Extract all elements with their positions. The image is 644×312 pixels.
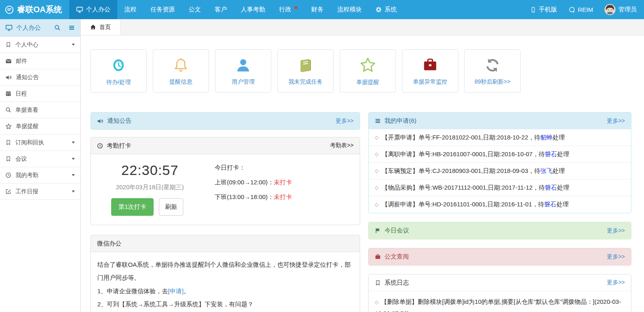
card-unfinished-tasks[interactable]: 我未完成任务 (277, 49, 334, 93)
sidebar-item-subscribe[interactable]: 订阅和回执 (0, 135, 80, 151)
morning-punch-row: 上班(09:00→12:00)：未打卡 (215, 179, 292, 186)
nav-item-finance[interactable]: 财务 (304, 0, 330, 19)
nav-label: 行政 (279, 6, 291, 13)
diamond-bullet: ◇ (375, 135, 378, 140)
card-remind-info[interactable]: 提醒信息 (153, 49, 209, 93)
application-text: 【开票申请】单号:FF-20181022-001,日期:2018-10-22，待… (382, 134, 565, 142)
handler-link[interactable]: 磐石 (544, 201, 556, 208)
apply-link[interactable]: [申请] (168, 288, 183, 294)
shortcut-cards: 待办/处理 提醒信息 用户管理 (90, 49, 631, 93)
card-label: 提醒信息 (169, 78, 192, 86)
wechat-apply-line: 1、申请企业微信体验，去[申请]。 (97, 285, 353, 298)
attendance-panel-header: 考勤打卡 考勤表>> (91, 137, 360, 154)
card-user-management[interactable]: 用户管理 (215, 49, 271, 93)
handler-link[interactable]: 磐石 (545, 150, 557, 157)
sidebar-item-document-view[interactable]: 单据查看 (0, 102, 80, 118)
clock-icon (97, 143, 103, 149)
application-row[interactable]: ◇ 【调薪申请】单号:HD-20161101-0001,日期:2016-11-0… (369, 196, 631, 213)
nav-label: 公文 (189, 6, 201, 13)
sidebar-item-work-report[interactable]: 工作日报 (0, 184, 80, 200)
application-row[interactable]: ◇ 【开票申请】单号:FF-20181022-001,日期:2018-10-22… (369, 129, 631, 146)
documents-more-link[interactable]: 更多>> (607, 253, 625, 261)
diamond-bullet: ◇ (375, 185, 378, 190)
card-document-remind[interactable]: 单据提醒 (340, 49, 396, 93)
bookmark-icon (5, 42, 11, 48)
attendance-body: 22:30:57 2020年03月18日(星期三) 第1次打卡 刷新 今日打卡： (91, 154, 360, 225)
nav-item-workflow[interactable]: 流程 (117, 0, 143, 19)
bell-icon (172, 57, 189, 74)
sidebar-item-label: 单据查看 (15, 106, 38, 114)
nav-item-task-resource[interactable]: 任务资源 (143, 0, 182, 19)
user-menu[interactable]: 管理员 (599, 0, 642, 19)
nav-item-workflow-module[interactable]: 流程模块 (330, 0, 369, 19)
search-icon (5, 107, 11, 113)
nav-label: 客户 (215, 6, 227, 13)
briefcase-icon (375, 254, 381, 260)
syslog-more-link[interactable]: 更多>> (607, 279, 625, 286)
my-applications-header: 我的申请(6) 更多>> (369, 113, 631, 129)
comment-icon (569, 7, 575, 13)
attendance-sheet-link[interactable]: 考勤表>> (330, 142, 354, 149)
calendar-icon (5, 91, 11, 97)
right-column: 我的申请(6) 更多>> ◇ 【开票申请】单号:FF-20181022-001,… (368, 112, 631, 312)
nav-label: 流程模块 (337, 6, 362, 13)
handler-link[interactable]: 磐石 (545, 184, 557, 191)
sidebar-item-mail[interactable]: 邮件 (0, 53, 80, 69)
wechat-body: 结合了睿联OA系统，单据待办推送提醒到个人微信和企业微信上，也可快捷登录定位打卡… (91, 252, 360, 312)
nav-item-hr-attendance[interactable]: 人事考勤 (234, 0, 272, 19)
brand[interactable]: 睿联OA系统 (0, 0, 69, 19)
menu-icon[interactable] (68, 24, 75, 31)
afternoon-shift-label: 下班(13:00→18:00)： (215, 193, 274, 200)
mobile-version-button[interactable]: 手机版 (525, 0, 563, 19)
sidebar-header: 个人办公 (0, 19, 80, 37)
card-label: 待办/处理 (106, 79, 131, 86)
navbar-right: 手机版 REIM 管理员 (525, 0, 644, 19)
notice-more-link[interactable]: 更多>> (336, 117, 354, 125)
application-row[interactable]: ◇ 【物品采购】单号:WB-20171112-0001,日期:2017-11-1… (369, 179, 631, 196)
current-time: 22:30:57 (121, 162, 178, 178)
sidebar-item-schedule[interactable]: 日程 (0, 86, 80, 102)
applications-more-link[interactable]: 更多>> (607, 117, 625, 125)
search-icon[interactable] (54, 24, 61, 31)
punch-button[interactable]: 第1次打卡 (111, 198, 154, 216)
application-row[interactable]: ◇ 【车辆预定】单号:CJ-20180903-001,日期:2018-09-03… (369, 163, 631, 179)
sidebar-title: 个人办公 (16, 24, 41, 32)
sidebar-item-personal-center[interactable]: 个人中心 (0, 37, 80, 53)
morning-shift-label: 上班(09:00→12:00)： (215, 179, 274, 186)
card-todo[interactable]: 待办/处理 (90, 49, 147, 93)
log-entry[interactable]: ◇【删除单据】删除模块[调拨单]id为10的单据,摘要[从仓库“默认仓库”调拨物… (369, 291, 631, 312)
card-abnormal-monitor[interactable]: 单据异常监控 (402, 49, 458, 93)
nav-item-official-doc[interactable]: 公文 (182, 0, 208, 19)
refresh-icon (484, 57, 501, 74)
nav-label: 财务 (311, 6, 323, 13)
brand-label: 睿联OA系统 (17, 4, 62, 15)
nav-item-customer[interactable]: 客户 (208, 0, 234, 19)
nav-item-personal-office[interactable]: 个人办公 (69, 0, 117, 19)
handler-link[interactable]: 貂蝉 (541, 134, 553, 141)
afternoon-status: 未打卡 (274, 193, 292, 200)
sidebar-item-notice[interactable]: 通知公告 (0, 69, 80, 86)
nav-item-administration[interactable]: 行政 (272, 0, 304, 19)
sidebar-item-meeting[interactable]: 会议 (0, 151, 80, 167)
tab-home[interactable]: 首页 (81, 19, 121, 35)
reim-button[interactable]: REIM (563, 0, 599, 19)
meetings-more-link[interactable]: 更多>> (607, 227, 625, 235)
today-punch-label: 今日打卡： (215, 164, 292, 172)
afternoon-punch-row: 下班(13:00→18:00)：未打卡 (215, 193, 292, 201)
handler-link[interactable]: 张飞 (541, 167, 553, 174)
application-row[interactable]: ◇ 【离职申请】单号:HB-20161007-0001,日期:2016-10-0… (369, 146, 631, 163)
application-text: 【车辆预定】单号:CJ-20180903-001,日期:2018-09-03，待… (382, 167, 565, 175)
sidebar-item-document-remind[interactable]: 单据提醒 (0, 118, 80, 135)
nav-label: 流程 (124, 6, 136, 13)
log-entry-text: 【删除单据】删除模块[调拨单]id为10的单据,摘要[从仓库“默认仓库”调拨物品… (375, 298, 621, 312)
card-refresh-countdown[interactable]: 89秒后刷新>> (464, 49, 521, 93)
system-log-title: 系统日志 (385, 279, 409, 287)
briefcase-icon (422, 57, 439, 74)
refresh-button[interactable]: 刷新 (159, 198, 183, 216)
card-label: 用户管理 (232, 78, 255, 86)
sidebar-item-my-attendance[interactable]: 我的考勤 (0, 167, 80, 184)
nav-item-system[interactable]: 系统 (369, 0, 404, 19)
dashboard-columns: 通知公告 更多>> 考勤打卡 考勤表>> 22:30:57 (90, 112, 631, 312)
today-meetings-panel: 今日会议 更多>> (368, 222, 631, 239)
nav-label: 任务资源 (150, 6, 175, 13)
